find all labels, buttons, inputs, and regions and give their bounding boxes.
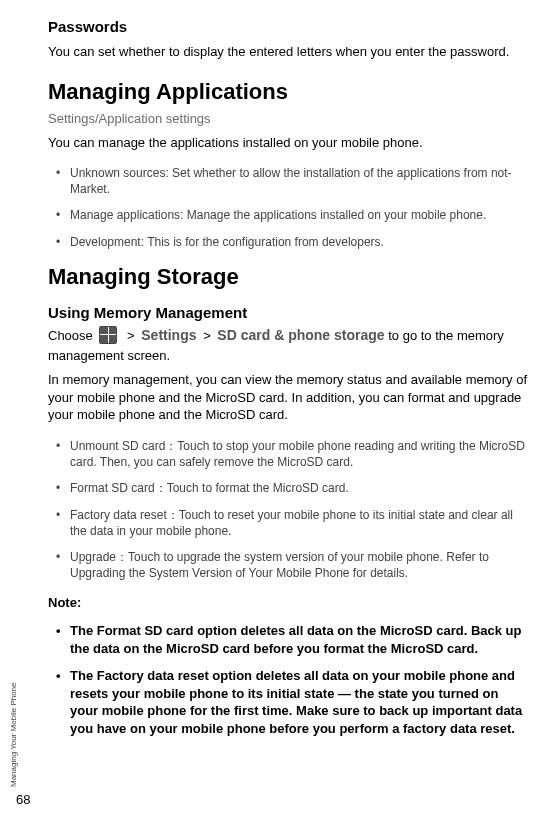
managing-apps-intro: You can manage the applications installe… xyxy=(48,134,529,152)
list-item: Unmount SD card：Touch to stop your mobil… xyxy=(56,438,529,470)
managing-storage-heading: Managing Storage xyxy=(48,264,529,290)
settings-path-breadcrumb: Settings/Application settings xyxy=(48,111,529,126)
managing-applications-section: Managing Applications Settings/Applicati… xyxy=(48,79,529,250)
passwords-text: You can set whether to display the enter… xyxy=(48,43,529,61)
apps-grid-icon xyxy=(99,326,117,344)
list-item: Manage applications: Manage the applicat… xyxy=(56,207,529,223)
page-number: 68 xyxy=(16,792,30,807)
note-label: Note: xyxy=(48,595,529,610)
path-settings: Settings xyxy=(141,327,196,343)
passwords-heading: Passwords xyxy=(48,18,529,35)
memory-management-description: In memory management, you can view the m… xyxy=(48,371,529,424)
list-item: The Format SD card option deletes all da… xyxy=(56,622,529,657)
note-bullets: The Format SD card option deletes all da… xyxy=(48,622,529,737)
path-separator: > xyxy=(200,328,214,343)
side-section-label: Managing Your Mobile Phone xyxy=(9,682,18,787)
memory-management-subheading: Using Memory Management xyxy=(48,304,529,321)
list-item: Upgrade：Touch to upgrade the system vers… xyxy=(56,549,529,581)
list-item: Factory data reset：Touch to reset your m… xyxy=(56,507,529,539)
list-item: The Factory data reset option deletes al… xyxy=(56,667,529,737)
choose-prefix: Choose xyxy=(48,328,96,343)
choose-path-line: Choose > Settings > SD card & phone stor… xyxy=(48,325,529,366)
list-item: Unknown sources: Set whether to allow th… xyxy=(56,165,529,197)
list-item: Format SD card：Touch to format the Micro… xyxy=(56,480,529,496)
path-separator: > xyxy=(124,328,138,343)
storage-options-bullets: Unmount SD card：Touch to stop your mobil… xyxy=(48,438,529,581)
list-item: Development: This is for the configurati… xyxy=(56,234,529,250)
managing-apps-heading: Managing Applications xyxy=(48,79,529,105)
managing-storage-section: Managing Storage Using Memory Management… xyxy=(48,264,529,738)
managing-apps-bullets: Unknown sources: Set whether to allow th… xyxy=(48,165,529,250)
passwords-section: Passwords You can set whether to display… xyxy=(48,18,529,61)
path-sd-storage: SD card & phone storage xyxy=(217,327,384,343)
